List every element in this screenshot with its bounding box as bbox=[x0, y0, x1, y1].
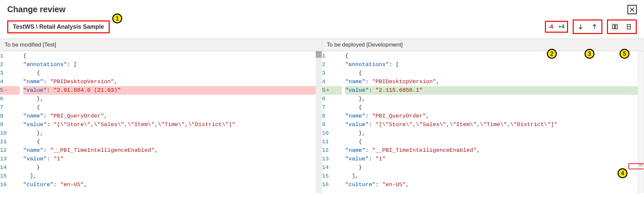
code-line[interactable]: "value": "[\"Store\",\"Sales\",\"Item\",… bbox=[23, 120, 322, 129]
right-pane-header: To be deployed [Development] bbox=[322, 39, 644, 51]
code-line[interactable]: { bbox=[23, 138, 322, 146]
code-line[interactable]: { bbox=[23, 52, 322, 60]
code-line[interactable]: ], bbox=[345, 172, 644, 181]
change-count-group: -4 +4 bbox=[545, 21, 568, 33]
close-icon bbox=[629, 6, 635, 13]
pane-headers: To be modified [Test] To be deployed [De… bbox=[0, 39, 644, 51]
arrow-up-icon bbox=[591, 23, 598, 30]
minimap[interactable] bbox=[638, 51, 644, 193]
next-change-button[interactable] bbox=[576, 22, 585, 31]
page-title: Change review bbox=[7, 5, 65, 14]
code-line[interactable]: "name": "PBIDesktopVersion", bbox=[23, 78, 322, 86]
code-line[interactable]: "culture": "en-US", bbox=[345, 181, 644, 189]
left-scroll-thumb[interactable] bbox=[316, 51, 322, 58]
removed-count: -4 bbox=[549, 24, 553, 30]
code-line[interactable]: { bbox=[345, 69, 644, 78]
code-line[interactable]: ], bbox=[23, 172, 322, 181]
right-gutter: 12345+678910111213141516 bbox=[322, 51, 345, 193]
code-line[interactable]: "name": "PBIDesktopVersion", bbox=[345, 78, 644, 86]
left-gutter: 12345-678910111213141516 bbox=[0, 51, 23, 193]
breadcrumb: TestWS \ Retail Analysis Sample bbox=[7, 20, 110, 33]
code-line[interactable]: { bbox=[23, 69, 322, 78]
added-count: +4 bbox=[558, 24, 564, 30]
code-line[interactable]: "name": "__PBI_TimeIntelligenceEnabled", bbox=[23, 146, 322, 155]
prev-change-button[interactable] bbox=[590, 22, 599, 31]
code-line[interactable]: "annotations": [ bbox=[23, 60, 322, 69]
code-line[interactable]: } bbox=[345, 163, 644, 172]
inline-view-icon bbox=[626, 23, 632, 30]
code-line[interactable]: "name": "__PBI_TimeIntelligenceEnabled", bbox=[345, 146, 644, 155]
code-line[interactable]: }, bbox=[345, 95, 644, 103]
left-pane-header: To be modified [Test] bbox=[0, 39, 322, 51]
right-code[interactable]: { "annotations": [ { "name": "PBIDesktop… bbox=[345, 51, 644, 193]
code-line[interactable]: "value": "1" bbox=[345, 155, 644, 163]
view-mode-group bbox=[607, 19, 637, 34]
arrow-down-icon bbox=[577, 23, 584, 30]
code-line[interactable]: { bbox=[345, 138, 644, 146]
code-line[interactable]: "value": "2.91.884.0 (21.03)" bbox=[23, 86, 322, 95]
code-line[interactable]: "value": "[\"Store\",\"Sales\",\"Item\",… bbox=[345, 120, 644, 129]
callout-3: 3 bbox=[585, 49, 594, 59]
minimap-highlight bbox=[628, 163, 644, 169]
side-by-side-view-icon bbox=[612, 23, 618, 30]
code-line[interactable]: "value": "2.115.6858.1" bbox=[345, 86, 644, 95]
code-line[interactable]: "value": "1" bbox=[23, 155, 322, 163]
callout-2: 2 bbox=[547, 49, 557, 59]
code-line[interactable]: "culture": "en-US", bbox=[23, 181, 322, 189]
code-line[interactable]: { bbox=[345, 103, 644, 112]
left-code[interactable]: { "annotations": [ { "name": "PBIDesktop… bbox=[23, 51, 322, 193]
svg-rect-0 bbox=[613, 25, 615, 29]
code-line[interactable]: }, bbox=[345, 129, 644, 138]
svg-rect-1 bbox=[615, 25, 617, 29]
code-line[interactable]: { bbox=[23, 103, 322, 112]
nav-arrows-group bbox=[573, 19, 602, 34]
inline-view-button[interactable] bbox=[625, 22, 633, 31]
left-scrollbar[interactable] bbox=[316, 51, 322, 193]
left-pane[interactable]: 12345-678910111213141516 { "annotations"… bbox=[0, 51, 322, 193]
code-line[interactable]: }, bbox=[23, 95, 322, 103]
code-line[interactable]: }, bbox=[23, 129, 322, 138]
callout-5: 5 bbox=[620, 49, 629, 59]
code-line[interactable]: "name": "PBI_QueryOrder", bbox=[345, 112, 644, 120]
side-by-side-view-button[interactable] bbox=[611, 22, 619, 31]
code-line[interactable]: { bbox=[345, 52, 644, 60]
code-line[interactable]: } bbox=[23, 163, 322, 172]
callout-4: 4 bbox=[618, 168, 627, 178]
callout-1: 1 bbox=[112, 14, 122, 23]
code-line[interactable]: "annotations": [ bbox=[345, 60, 644, 69]
right-pane[interactable]: 12345+678910111213141516 { "annotations"… bbox=[322, 51, 644, 193]
code-line[interactable]: "name": "PBI_QueryOrder", bbox=[23, 112, 322, 120]
close-button[interactable] bbox=[627, 5, 637, 14]
diff-body: 12345-678910111213141516 { "annotations"… bbox=[0, 51, 644, 193]
